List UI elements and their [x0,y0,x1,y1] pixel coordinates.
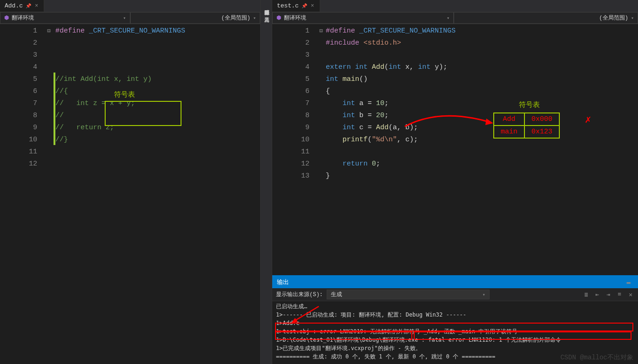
output-title-label: 输出 [277,278,289,286]
indent-left-icon[interactable]: ⇤ [594,290,601,299]
symbol-table-label: 符号表 [519,100,540,109]
right-panel: test.c 📌 × ⬢ 翻译环境 ▾ (全局范围) ▾ 12345678910… [272,0,638,364]
cpp-icon: ⬢ [276,14,281,21]
output-source-dropdown[interactable]: 生成 ▾ [327,290,490,299]
wrap-icon[interactable]: ≡ [616,290,623,299]
sym-name: Add [494,113,524,126]
tab-label: test.c [277,2,299,9]
symbol-table-label: 符号表 [114,90,135,99]
output-source-label: 显示输出来源(S): [276,291,323,298]
sym-name: main [494,126,524,138]
tab-label: Add.c [5,2,23,9]
side-toolbar: 服务器资源管理器 工具箱 [261,0,272,364]
chevron-down-icon: ▾ [447,15,450,21]
table-row: Add0x000 [494,113,559,126]
context-bar-right: ⬢ 翻译环境 ▾ (全局范围) ▾ [272,12,638,24]
tab-bar-left: Add.c 📌 × [0,0,260,12]
cpp-icon: ⬢ [4,14,9,21]
tab-test-c[interactable]: test.c 📌 × [272,0,320,12]
sym-addr: 0x000 [524,113,559,126]
editor-left[interactable]: 123456789101112 ⊟ #define _CRT_SECURE_NO… [0,24,260,364]
symbol-table-box [105,101,181,126]
error-highlight-3 [414,331,631,340]
chevron-down-icon: ▾ [631,15,634,21]
watermark: CSDN @malloc不出对象 [560,353,633,362]
global-scope-label: (全局范围) [222,14,250,22]
output-toolbar: 显示输出来源(S): 生成 ▾ ≣ ⇤ ⇥ ≡ ✕ [272,288,638,301]
tab-bar-right: test.c 📌 × [272,0,638,12]
code-content[interactable]: #define _CRT_SECURE_NO_WARNINGS#include … [326,24,638,275]
code-content[interactable]: #define _CRT_SECURE_NO_WARNINGS //int Ad… [55,24,260,364]
member-dropdown-right[interactable]: (全局范围) ▾ [454,12,638,24]
fold-gutter[interactable]: ⊟ [44,24,54,364]
error-highlight-1 [275,323,633,331]
toolbox-tab[interactable]: 工具箱 [262,10,271,17]
editor-right[interactable]: 12345678910111213 ⊟ #define _CRT_SECURE_… [272,24,638,275]
line-gutter: 123456789101112 [0,24,44,364]
context-bar-left: ⬢ 翻译环境 ▾ (全局范围) ▾ [0,12,260,24]
left-editor-panel: Add.c 📌 × ⬢ 翻译环境 ▾ (全局范围) ▾ 123456789101… [0,0,261,364]
fold-gutter[interactable]: ⊟ [316,24,326,275]
chevron-down-icon: ▾ [123,15,126,21]
pin-icon[interactable]: 📌 [26,3,31,9]
x-mark: ✗ [585,113,591,126]
clear-all-icon[interactable]: ✕ [627,290,634,299]
server-explorer-tab[interactable]: 服务器资源管理器 [262,2,271,10]
scope-label: 翻译环境 [284,14,306,22]
global-scope-label: (全局范围) [599,14,628,22]
output-source-value: 生成 [331,291,342,298]
chevron-down-icon: ▾ [483,292,485,298]
output-panel: 输出 ▬ 显示输出来源(S): 生成 ▾ ≣ ⇤ ⇥ ≡ ✕ 已启动生成…1>-… [272,275,638,364]
error-highlight-2 [275,331,412,340]
pin-icon[interactable]: 📌 [302,3,307,9]
clear-icon[interactable]: ≣ [583,290,590,299]
indent-right-icon[interactable]: ⇥ [605,290,612,299]
scope-dropdown-left[interactable]: ⬢ 翻译环境 ▾ [0,12,130,24]
close-icon[interactable]: × [34,3,39,9]
tab-add-c[interactable]: Add.c 📌 × [0,0,44,12]
close-icon[interactable]: × [310,3,315,9]
chevron-down-icon: ▾ [253,15,256,21]
scope-dropdown-right[interactable]: ⬢ 翻译环境 ▾ [272,12,454,24]
output-title-bar: 输出 ▬ [272,276,638,288]
sym-addr: 0x123 [524,126,559,138]
member-dropdown-left[interactable]: (全局范围) ▾ [130,12,261,24]
symbol-table: Add0x000 main0x123 [493,113,560,139]
minimize-icon[interactable]: ▬ [624,278,633,287]
table-row: main0x123 [494,126,559,138]
scope-label: 翻译环境 [12,14,34,22]
line-gutter: 12345678910111213 [272,24,316,275]
